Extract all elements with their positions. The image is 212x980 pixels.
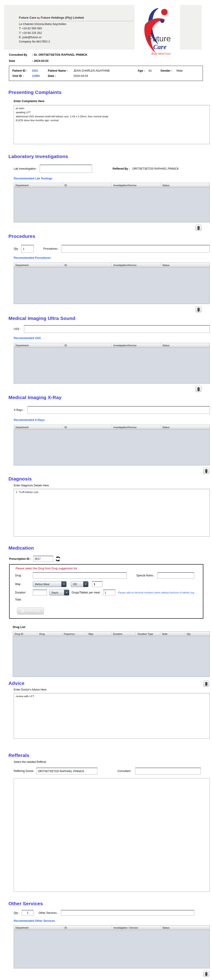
other-services-input[interactable] — [61, 910, 194, 916]
complaints-textarea[interactable]: pt seen awaiting LFT abdominal USS showe… — [14, 105, 210, 144]
uss-table-header: DepartmentIDInvestigation/ServiceStatus — [14, 343, 209, 348]
consultant-label: Consultant — [117, 770, 130, 773]
drug-suggestion-warning: Please select the Drug from Drug suggess… — [16, 567, 199, 570]
special-notes-input[interactable] — [157, 572, 194, 579]
column-header: Department — [14, 425, 63, 429]
uss-input[interactable] — [24, 325, 210, 333]
consulted-by-label: Consulted By — [9, 53, 32, 56]
frequency-select[interactable]: OD ▼ — [71, 581, 88, 587]
way-label: Way : — [15, 582, 33, 586]
recommended-uss-label: Recommended USS — [14, 337, 212, 340]
way-row: Way : Before Meal ▼ OD ▼ — [15, 581, 199, 587]
drug-row: Drug : Special Notes : — [15, 572, 199, 579]
recommended-procedures-label: Recommended Procedures — [14, 256, 212, 259]
refferals-listbox[interactable] — [14, 778, 210, 892]
uss-delete-button[interactable] — [195, 386, 201, 392]
chevron-down-icon: ▼ — [61, 581, 66, 587]
other-services-table: DepartmentIDInvestigation / ServiceStatu… — [14, 925, 210, 969]
uss-table-body[interactable] — [14, 348, 209, 383]
recommended-other-services-label: Recommended Other Services — [14, 919, 212, 923]
column-header: Duration — [111, 632, 136, 636]
procedures-delete-button[interactable] — [195, 306, 201, 312]
medication-heading: Medication — [8, 545, 212, 551]
reffering-doctor-input[interactable] — [36, 768, 97, 775]
other-services-table-header: DepartmentIDInvestigation / ServiceStatu… — [14, 926, 209, 930]
drug-list-delete-button[interactable] — [203, 681, 209, 687]
column-header: Department — [14, 926, 63, 930]
lab-table-body[interactable] — [14, 188, 209, 222]
xray-table-header: DepartmentIDInvestigation/ServiceStatus — [14, 425, 209, 430]
uss-input-label: USS : — [14, 328, 21, 331]
column-header: Status — [161, 183, 209, 187]
lab-trash-row — [0, 225, 212, 231]
procedures-table-body[interactable] — [14, 267, 209, 304]
way-qty-input[interactable] — [92, 581, 103, 587]
trash-icon — [204, 972, 208, 976]
xray-input[interactable] — [27, 406, 210, 414]
patient-name-value: JEAN CHARLES AGATHINE — [74, 69, 138, 72]
prescription-id-row: Prescription ID : — [9, 556, 212, 562]
diagnosis-textarea[interactable]: 1. ?Left kidney cyst — [14, 489, 210, 537]
chevron-down-icon: ▼ — [83, 581, 88, 587]
duration-type-select[interactable]: Day/s ▼ — [49, 590, 69, 595]
drug-input[interactable] — [33, 572, 127, 579]
advice-textarea[interactable]: review with LFT — [14, 693, 210, 738]
other-services-input-row: Qty : Other Services : — [14, 910, 212, 916]
procedures-input[interactable] — [61, 245, 210, 253]
column-header: ID — [63, 263, 112, 267]
presenting-complaints-heading: Presenting Complaints — [8, 89, 212, 95]
other-services-delete-button[interactable] — [203, 970, 209, 977]
other-services-trash-row — [0, 970, 212, 977]
add-drug-panel: Please select the Drug from Drug suggess… — [9, 564, 203, 619]
procedures-qty-label: Qty : — [14, 247, 19, 250]
drug-list-label: Drug List — [13, 625, 212, 629]
xray-table-body[interactable] — [14, 430, 209, 465]
column-header: Duration Type — [136, 632, 161, 636]
other-services-qty-input[interactable] — [22, 910, 34, 916]
procedures-table-header: DepartmentIDInvestigation/ServiceStatus — [14, 263, 209, 267]
procedures-qty-input[interactable] — [21, 245, 34, 253]
bottom-spacer — [0, 977, 212, 980]
procedures-recommendations-table: DepartmentIDInvestigation/ServiceStatus — [14, 262, 210, 304]
refresh-prescription-button[interactable] — [55, 556, 61, 562]
consult-date-value: : 2024-04-03 — [32, 59, 48, 62]
patient-info-box: Patient ID : 5251 Patient Name : JEAN CH… — [9, 66, 203, 81]
age-value: 61 — [149, 69, 161, 72]
column-header: ID — [63, 183, 112, 187]
trash-icon — [197, 387, 201, 391]
procedures-input-row: Qty : Procedures : — [14, 245, 212, 253]
duration-input[interactable] — [33, 590, 47, 595]
company-title: Future Care by Future Holdings (Pty) Lim… — [19, 16, 134, 21]
chevron-down-icon: ▼ — [64, 590, 69, 595]
xray-delete-button[interactable] — [203, 468, 209, 474]
consult-date-label: Date — [9, 59, 32, 62]
lab-delete-button[interactable] — [195, 225, 201, 231]
gender-value: Male — [177, 69, 183, 72]
other-services-table-body[interactable] — [14, 930, 209, 968]
column-header: Investigation/Service — [112, 343, 161, 347]
column-header: Qty — [185, 632, 209, 636]
consultant-input[interactable] — [135, 768, 201, 775]
lab-investigation-input[interactable] — [40, 165, 92, 173]
total-row: Total : — [15, 598, 199, 601]
xray-trash-row — [0, 468, 212, 474]
column-header: ID — [63, 926, 112, 930]
special-notes-label: Special Notes : — [137, 574, 157, 577]
way-select[interactable]: Before Meal ▼ — [33, 581, 67, 587]
reffered-by-value: ORITSETSETOS RAPHAEL PINNICK — [132, 167, 179, 170]
gender-label: Gender : — [161, 69, 177, 72]
advice-heading-row: Advice — [0, 681, 212, 687]
procedures-trash-row — [0, 306, 212, 312]
per-meal-input[interactable] — [103, 590, 116, 595]
company-header-panel: Future Care by Future Holdings (Pty) Lim… — [4, 5, 202, 49]
add-drug-button[interactable]: Add Drug — [17, 607, 44, 615]
age-label: Age : — [138, 69, 149, 72]
patient-row-1: Patient ID : 5251 Patient Name : JEAN CH… — [12, 69, 199, 72]
drug-table-body[interactable] — [13, 636, 209, 677]
prescription-id-input[interactable] — [33, 556, 53, 562]
company-name-rest: Future Holdings (Pty) Limited — [41, 16, 84, 19]
column-header: Drug ID — [13, 632, 38, 636]
column-header: Investigation/Service — [112, 425, 161, 429]
recommended-xray-label: Recommended X-Rays — [14, 418, 212, 422]
logo-word-future: Future — [148, 34, 171, 43]
